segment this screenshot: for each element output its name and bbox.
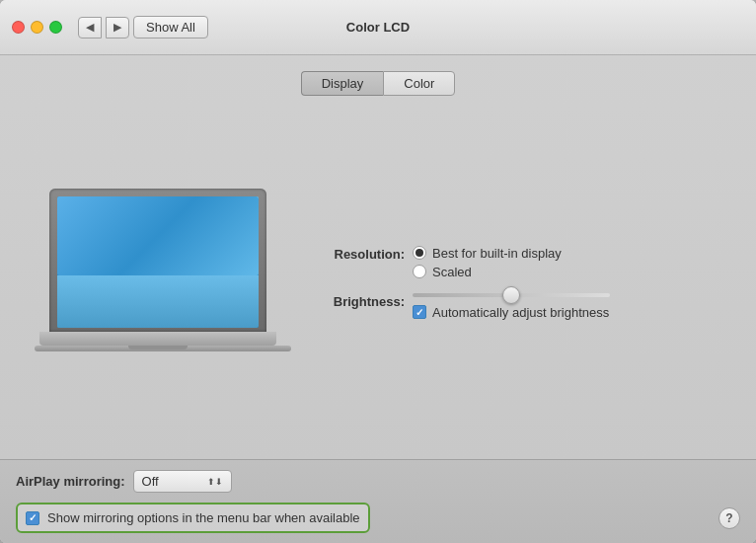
brightness-slider-thumb[interactable] (502, 286, 520, 304)
laptop-base (39, 332, 276, 346)
traffic-lights (12, 21, 62, 34)
mirroring-checkbox[interactable] (26, 511, 39, 525)
laptop-area (20, 112, 296, 443)
resolution-best-option[interactable]: Best for built-in display (413, 246, 562, 261)
resolution-best-label: Best for built-in display (432, 246, 562, 261)
window: ◀ ▶ Show All Color LCD Display Color (0, 0, 756, 543)
resolution-scaled-option[interactable]: Scaled (413, 265, 562, 279)
dropdown-arrow-icon: ⬆⬇ (207, 477, 223, 487)
minimize-button[interactable] (31, 21, 43, 34)
airplay-value: Off (142, 474, 159, 489)
brightness-row: Brightness: Automatically adjust brigh (316, 293, 736, 320)
laptop-image (35, 189, 281, 366)
airplay-row: AirPlay mirroring: Off ⬆⬇ (16, 470, 740, 493)
help-button[interactable]: ? (718, 507, 740, 529)
display-panel: Resolution: Best for built-in display Sc… (20, 112, 736, 459)
brightness-slider-row (413, 293, 630, 297)
bottom-bar: AirPlay mirroring: Off ⬆⬇ Show mirroring… (0, 459, 756, 543)
airplay-label: AirPlay mirroring: (16, 474, 125, 489)
window-title: Color LCD (346, 20, 410, 35)
slider-container (413, 293, 630, 297)
auto-brightness-checkbox[interactable] (413, 305, 426, 319)
settings-area: Resolution: Best for built-in display Sc… (316, 112, 736, 443)
resolution-label: Resolution: (316, 246, 405, 262)
main-content: Display Color Resolution: (0, 55, 756, 459)
auto-brightness-row[interactable]: Automatically adjust brightness (413, 305, 630, 320)
maximize-button[interactable] (49, 21, 62, 34)
resolution-row: Resolution: Best for built-in display Sc… (316, 246, 736, 279)
title-bar: ◀ ▶ Show All Color LCD (0, 0, 756, 55)
resolution-scaled-label: Scaled (432, 265, 472, 279)
brightness-controls: Automatically adjust brightness (413, 293, 630, 320)
tabs-container: Display Color (20, 71, 736, 96)
nav-buttons: ◀ ▶ (78, 17, 129, 39)
laptop-screen-outer (49, 189, 266, 332)
back-button[interactable]: ◀ (78, 17, 102, 39)
tab-display[interactable]: Display (301, 71, 384, 96)
airplay-dropdown[interactable]: Off ⬆⬇ (133, 470, 232, 493)
laptop-screen-inner (57, 196, 259, 328)
auto-brightness-label: Automatically adjust brightness (432, 305, 609, 320)
mirroring-bottom-row: Show mirroring options in the menu bar w… (16, 503, 740, 533)
mirroring-option-row: Show mirroring options in the menu bar w… (16, 503, 370, 533)
resolution-best-radio[interactable] (413, 246, 426, 260)
resolution-scaled-radio[interactable] (413, 265, 426, 278)
close-button[interactable] (12, 21, 25, 34)
mirroring-label: Show mirroring options in the menu bar w… (47, 510, 360, 525)
tab-color[interactable]: Color (383, 71, 455, 96)
forward-button[interactable]: ▶ (106, 17, 129, 39)
show-all-button[interactable]: Show All (133, 16, 208, 39)
resolution-controls: Best for built-in display Scaled (413, 246, 562, 279)
brightness-slider-track[interactable] (413, 293, 610, 297)
brightness-label: Brightness: (316, 293, 405, 309)
